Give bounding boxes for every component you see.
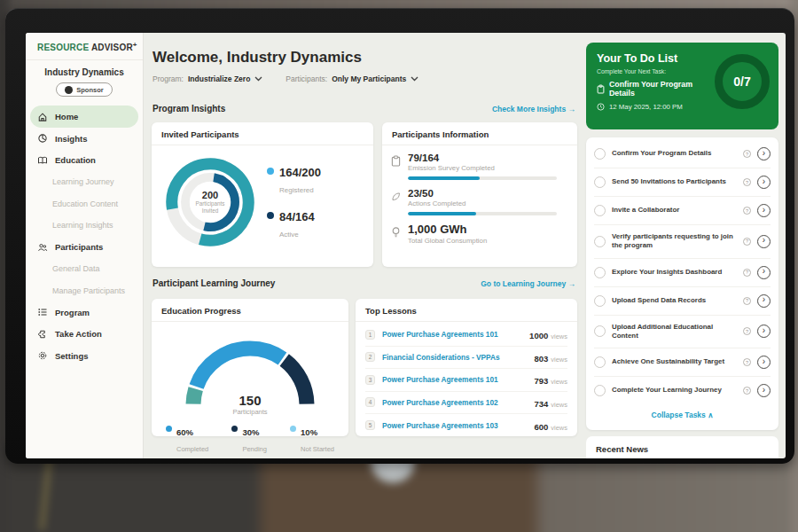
lesson-link[interactable]: Financial Considerations - VPPAs [382, 353, 527, 362]
chevron-right-icon[interactable]: › [757, 294, 771, 308]
info-icon[interactable]: ? [743, 387, 751, 395]
book-icon [37, 155, 48, 166]
task-row: Verify participants requesting to join t… [594, 225, 771, 259]
task-checkbox[interactable] [594, 385, 606, 396]
program-select[interactable]: Program: Industrialize Zero [153, 74, 262, 83]
task-checkbox[interactable] [594, 236, 606, 247]
info-icon[interactable]: ? [743, 178, 751, 186]
task-checkbox[interactable] [594, 325, 606, 337]
clipboard-icon [391, 153, 401, 180]
chevron-right-icon[interactable]: › [757, 266, 771, 279]
gauge-center-value: 150 [179, 393, 321, 408]
photo-stage: RESOURCE ADVISOR+ Industry Dynamics Spon… [0, 0, 798, 532]
list-icon [37, 307, 48, 317]
task-checkbox[interactable] [594, 205, 606, 216]
lesson-rank: 1 [365, 330, 375, 340]
gauge-center-label: Participants [179, 408, 321, 416]
lesson-row: 1 Power Purchase Agreements 101 1000view… [365, 324, 567, 347]
sidebar-item-settings[interactable]: Settings [26, 345, 143, 367]
sidebar-item-home[interactable]: Home [30, 106, 138, 128]
participants-information-card: Participants Information 79/164 Emission… [382, 122, 577, 267]
learning-journey-header: Participant Learning Journey Go to Learn… [153, 278, 575, 288]
leaf-icon [391, 188, 401, 215]
todo-next-task: Confirm Your Program Details [597, 80, 715, 98]
info-icon[interactable]: ? [743, 327, 751, 335]
task-checkbox[interactable] [594, 148, 606, 160]
lesson-rank: 3 [365, 375, 375, 385]
pending-legend-item: 30%Pending [231, 423, 267, 455]
sidebar-item-participants[interactable]: Participants [26, 236, 143, 258]
registered-dot [267, 168, 274, 175]
donut-center-label: Participants Invited [188, 200, 232, 215]
sidebar-item-general-data[interactable]: General Data [26, 258, 143, 280]
pie-chart-icon [37, 133, 48, 144]
info-icon[interactable]: ? [743, 297, 751, 305]
todo-panel: Your To Do List Complete Your Next Task:… [586, 33, 778, 458]
registered-legend-item: 164/200 Registered [267, 164, 321, 196]
sidebar-item-learning-journey[interactable]: Learning Journey [26, 171, 143, 193]
task-row: Send 50 Invitations to Participants ? › [594, 168, 771, 197]
sidebar-item-education[interactable]: Education [26, 149, 143, 171]
lesson-link[interactable]: Power Purchase Agreements 103 [382, 421, 527, 430]
chevron-right-icon[interactable]: › [757, 356, 771, 369]
recent-news-title: Recent News [596, 444, 769, 454]
sponsor-badge[interactable]: Sponsor [56, 82, 113, 97]
info-icon[interactable]: ? [743, 207, 751, 215]
chevron-down-icon [254, 76, 262, 82]
lesson-row: 3 Power Purchase Agreements 101 793views [365, 369, 567, 392]
chevron-right-icon[interactable]: › [757, 384, 771, 397]
education-legend: 60%Completed 30%Pending 10%Not Started [152, 412, 348, 455]
active-dot [267, 212, 274, 219]
not-started-legend-item: 10%Not Started [290, 423, 334, 455]
lesson-link[interactable]: Power Purchase Agreements 101 [382, 375, 527, 384]
chevron-up-icon: ∧ [708, 411, 713, 419]
sidebar-item-education-content[interactable]: Education Content [26, 192, 143, 215]
info-icon[interactable]: ? [743, 358, 751, 366]
chevron-right-icon[interactable]: › [757, 147, 771, 160]
task-row: Confirm Your Program Details ? › [594, 140, 771, 168]
chevron-right-icon[interactable]: › [757, 204, 771, 217]
collapse-tasks-link[interactable]: Collapse Tasks ∧ [594, 404, 771, 419]
divider [26, 59, 143, 60]
page-title: Welcome, Industry Dynamics [153, 49, 362, 66]
education-progress-card: Education Progress 150 Participants [152, 299, 348, 436]
top-lessons-list: 1 Power Purchase Agreements 101 1000view… [356, 322, 577, 437]
filters-row: Program: Industrialize Zero Participants… [153, 74, 419, 83]
task-checkbox[interactable] [594, 267, 606, 278]
main-content: Welcome, Industry Dynamics Program: Indu… [144, 33, 586, 458]
section-title: Program Insights [153, 104, 225, 113]
section-title: Participant Learning Journey [153, 278, 275, 288]
resource-advisor-logo: RESOURCE ADVISOR+ [26, 33, 143, 52]
program-insights-header: Program Insights Check More Insights → [153, 104, 575, 113]
todo-due-date: 12 May 2025, 12:00 PM [597, 103, 715, 111]
chevron-right-icon[interactable]: › [757, 325, 771, 338]
participants-select[interactable]: Participants: Only My Participants [286, 74, 419, 83]
task-checkbox[interactable] [594, 356, 606, 368]
check-more-insights-link[interactable]: Check More Insights → [492, 105, 575, 113]
task-checkbox[interactable] [594, 295, 606, 307]
lesson-link[interactable]: Power Purchase Agreements 101 [382, 330, 522, 339]
sidebar-item-learning-insights[interactable]: Learning Insights [26, 215, 143, 237]
consumption-stat: 1,000 GWh Total Global Consumption [391, 223, 567, 245]
sidebar-item-insights[interactable]: Insights [26, 128, 143, 150]
completed-legend-item: 60%Completed [166, 423, 208, 455]
task-checkbox[interactable] [594, 176, 606, 188]
recent-news-card: Recent News [586, 436, 778, 458]
chevron-right-icon[interactable]: › [757, 235, 771, 248]
todo-counter-ring: 0/7 [715, 54, 770, 109]
info-icon[interactable]: ? [743, 238, 751, 246]
info-icon[interactable]: ? [743, 150, 751, 158]
sidebar-item-manage-participants[interactable]: Manage Participants [26, 279, 143, 301]
sidebar-item-program[interactable]: Program [26, 301, 143, 324]
sidebar-item-take-action[interactable]: Take Action [26, 323, 143, 345]
info-icon[interactable]: ? [743, 269, 751, 277]
chevron-right-icon[interactable]: › [757, 176, 771, 189]
sponsor-icon [65, 86, 73, 94]
lesson-link[interactable]: Power Purchase Agreements 102 [382, 398, 527, 407]
education-gauge-chart: 150 Participants [179, 334, 321, 412]
home-icon [37, 112, 48, 122]
task-row: Complete Your Learning Journey ? › [594, 377, 771, 404]
clipboard-icon [597, 84, 605, 94]
actions-progress-bar [408, 212, 557, 215]
go-to-learning-journey-link[interactable]: Go to Learning Journey → [481, 279, 575, 288]
